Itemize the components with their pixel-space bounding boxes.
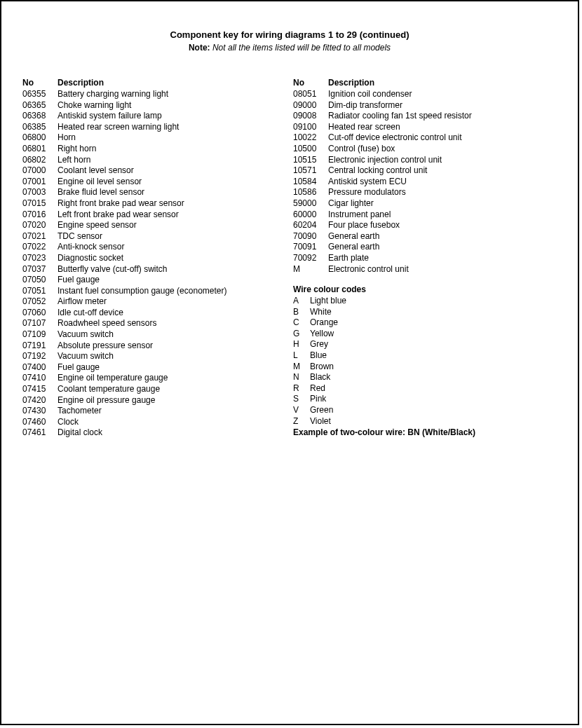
wire-example: Example of two-colour wire: BN (White/Bl… (293, 427, 557, 437)
component-desc: Engine oil temperature gauge (57, 373, 286, 384)
table-row: 07020Engine speed sensor (22, 220, 286, 231)
page: Component key for wiring diagrams 1 to 2… (0, 0, 579, 725)
wire-name: Grey (310, 339, 557, 350)
table-row: 07461Digital clock (22, 427, 286, 439)
component-no: 07001 (22, 177, 57, 188)
component-desc: Control (fuse) box (328, 144, 557, 155)
component-desc: Pressure modulators (328, 187, 557, 198)
header-desc: Description (328, 78, 557, 88)
page-title: Component key for wiring diagrams 1 to 2… (22, 29, 557, 40)
wire-code: H (293, 339, 310, 350)
component-desc: Electronic injection control unit (328, 155, 557, 166)
wire-code: L (293, 350, 310, 362)
component-desc: Coolant temperature gauge (57, 384, 286, 395)
table-row: 06800Horn (22, 132, 286, 144)
component-desc: Instrument panel (328, 210, 557, 221)
component-no: M (293, 264, 328, 275)
component-no: 10571 (293, 165, 328, 177)
wire-name: Orange (310, 317, 557, 329)
component-no: 07037 (22, 264, 57, 275)
component-desc: Right front brake pad wear sensor (57, 198, 286, 210)
header-no: No (293, 78, 328, 88)
component-desc: Right horn (57, 144, 286, 155)
component-desc: Heated rear screen warning light (57, 122, 286, 133)
component-desc: Coolant level sensor (57, 165, 286, 177)
component-desc: Vacuum switch (57, 351, 286, 362)
table-row: 07430Tachometer (22, 406, 286, 417)
component-desc: Diagnostic socket (57, 253, 286, 264)
component-desc: Antiskid system ECU (328, 177, 557, 188)
component-no: 10500 (293, 144, 328, 155)
component-desc: Idle cut-off device (57, 308, 286, 319)
table-row: 08051Ignition coil condenser (293, 89, 557, 100)
component-desc: Cigar lighter (328, 198, 557, 210)
wire-row: LBlue (293, 350, 557, 362)
component-no: 09008 (293, 111, 328, 122)
wire-row: GYellow (293, 329, 557, 340)
table-row: 60000Instrument panel (293, 210, 557, 221)
table-row: 06802Left horn (22, 155, 286, 166)
table-row: 10022Cut-off device electronic control u… (293, 132, 557, 144)
table-row: 07415Coolant temperature gauge (22, 384, 286, 395)
component-desc: Absolute pressure sensor (57, 341, 286, 352)
table-row: 07460Clock (22, 417, 286, 428)
component-desc: Battery charging warning light (57, 89, 286, 100)
table-row: 07060Idle cut-off device (22, 308, 286, 319)
column-header: No Description (293, 78, 557, 88)
table-row: 60204Four place fusebox (293, 220, 557, 231)
component-no: 60000 (293, 210, 328, 221)
component-desc: General earth (328, 231, 557, 242)
wire-row: MBrown (293, 362, 557, 373)
table-row: 10500Control (fuse) box (293, 144, 557, 155)
component-no: 70090 (293, 231, 328, 242)
wire-code: A (293, 296, 310, 307)
table-row: 07109Vacuum switch (22, 329, 286, 341)
component-desc: TDC sensor (57, 231, 286, 242)
component-desc: Central locking control unit (328, 165, 557, 177)
component-desc: Anti-knock sensor (57, 242, 286, 253)
right-rows: 08051Ignition coil condenser09000Dim-dip… (293, 89, 557, 275)
component-desc: Earth plate (328, 253, 557, 264)
component-desc: Airflow meter (57, 296, 286, 308)
component-desc: Digital clock (57, 427, 286, 439)
component-desc: Dim-dip transformer (328, 100, 557, 111)
component-no: 06355 (22, 89, 57, 100)
component-no: 07400 (22, 362, 57, 373)
table-row: 07191Absolute pressure sensor (22, 341, 286, 352)
table-row: 06801Right horn (22, 144, 286, 155)
wire-code: N (293, 372, 310, 383)
wire-row: NBlack (293, 372, 557, 383)
wire-rows: ALight blueBWhiteCOrangeGYellowHGreyLBlu… (293, 296, 557, 427)
table-row: 70090General earth (293, 231, 557, 242)
table-row: 07000Coolant level sensor (22, 165, 286, 177)
component-desc: Tachometer (57, 406, 286, 417)
component-no: 10586 (293, 187, 328, 198)
table-row: 07050Fuel gauge (22, 275, 286, 286)
table-row: 10515Electronic injection control unit (293, 155, 557, 166)
left-column: No Description 06355Battery charging war… (22, 78, 286, 439)
note-label: Note: (189, 43, 210, 53)
table-row: 70092Earth plate (293, 253, 557, 264)
component-no: 08051 (293, 89, 328, 100)
wire-codes-heading: Wire colour codes (293, 284, 557, 294)
component-desc: Left front brake pad wear sensor (57, 210, 286, 221)
wire-row: SPink (293, 394, 557, 405)
table-row: 07037Butterfly valve (cut-off) switch (22, 264, 286, 275)
note-text: Not all the items listed will be fitted … (212, 43, 391, 53)
component-desc: Brake fluid level sensor (57, 187, 286, 198)
wire-code: S (293, 394, 310, 405)
component-desc: Antiskid system failure lamp (57, 111, 286, 122)
component-desc: Four place fusebox (328, 220, 557, 231)
component-no: 10584 (293, 177, 328, 188)
wire-code: C (293, 317, 310, 329)
table-row: 07107Roadwheel speed sensors (22, 318, 286, 329)
wire-code: V (293, 405, 310, 416)
table-row: 07400Fuel gauge (22, 362, 286, 373)
table-row: 10571Central locking control unit (293, 165, 557, 177)
component-no: 06385 (22, 122, 57, 133)
component-no: 07192 (22, 351, 57, 362)
component-no: 07060 (22, 308, 57, 319)
component-desc: Fuel gauge (57, 275, 286, 286)
component-desc: Instant fuel consumption gauge (economet… (57, 286, 286, 297)
component-no: 07023 (22, 253, 57, 264)
